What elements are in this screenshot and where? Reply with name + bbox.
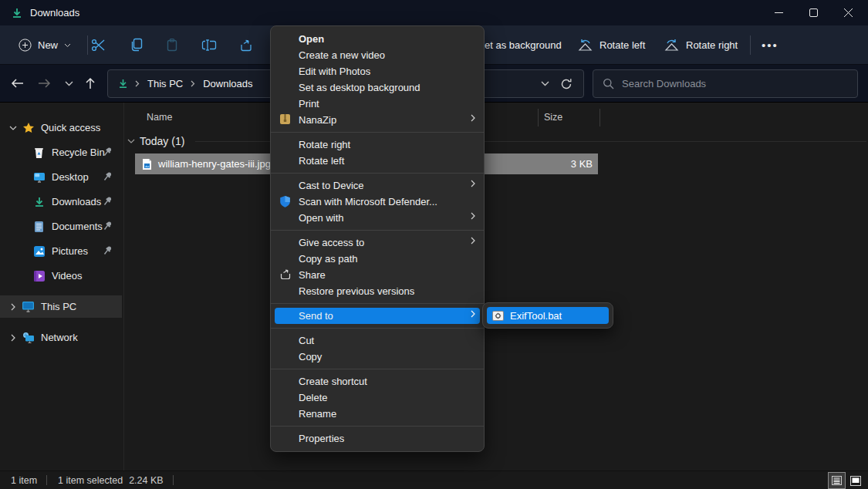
menu-item-set-as-desktop-background[interactable]: Set as desktop background [271, 79, 484, 96]
menu-item-nanazip[interactable]: NanaZip [271, 112, 484, 128]
large-icons-view-button[interactable] [847, 473, 863, 488]
submenu-arrow-icon [471, 180, 475, 187]
rotate-right-button[interactable]: Rotate right [664, 32, 738, 58]
maximize-button[interactable] [796, 0, 831, 25]
menu-label: Cast to Device [299, 180, 364, 191]
sidebar-label: Pictures [52, 245, 88, 257]
see-more-button[interactable]: ••• [755, 30, 785, 59]
rename-button[interactable] [194, 30, 225, 59]
menu-item-create-shortcut[interactable]: Create shortcut [271, 373, 484, 390]
breadcrumb-this-pc[interactable]: This PC [143, 78, 187, 89]
close-button[interactable] [831, 0, 866, 25]
menu-label: Open with [299, 212, 344, 224]
image-file-icon [142, 158, 152, 170]
size-column-header[interactable]: Size [544, 112, 562, 123]
menu-label: Set as desktop background [299, 82, 420, 93]
share-icon [239, 39, 253, 52]
menu-label: Cut [299, 335, 314, 346]
menu-item-rename[interactable]: Rename [271, 406, 484, 422]
menu-label: Rotate right [299, 139, 350, 150]
sidebar-item-desktop[interactable]: Desktop [0, 166, 122, 188]
menu-item-rotate-right[interactable]: Rotate right [271, 137, 484, 153]
menu-label: Rotate left [299, 155, 344, 167]
menu-label: Create shortcut [299, 376, 367, 387]
sidebar-label: Downloads [52, 196, 101, 207]
menu-item-print[interactable]: Print [271, 96, 484, 112]
group-header-today[interactable]: Today (1) [127, 132, 184, 150]
submenu-arrow-icon [471, 310, 475, 318]
search-box[interactable] [593, 69, 858, 98]
share-icon [279, 268, 292, 281]
breadcrumb-downloads[interactable]: Downloads [198, 78, 257, 89]
menu-item-edit-with-photos[interactable]: Edit with Photos [271, 63, 484, 79]
details-view-button[interactable] [829, 473, 845, 488]
sidebar-item-documents[interactable]: Documents [0, 215, 122, 238]
menu-item-copy[interactable]: Copy [271, 349, 484, 365]
item-count: 1 item [11, 475, 37, 486]
menu-item-open[interactable]: Open [271, 31, 484, 47]
sidebar-item-network[interactable]: Network [0, 326, 122, 349]
sidebar-item-recycle-bin[interactable]: Recycle Bin [0, 141, 122, 164]
menu-item-open-with[interactable]: Open with [271, 210, 484, 226]
sidebar-item-quick-access[interactable]: Quick access [0, 116, 122, 139]
chevron-right-icon[interactable] [8, 334, 19, 342]
minimize-button[interactable] [762, 0, 796, 25]
chevron-down-icon[interactable] [127, 139, 135, 143]
sidebar-item-downloads[interactable]: Downloads [0, 191, 122, 213]
new-button[interactable]: New [11, 32, 79, 58]
file-name: william-henry-gates-iii.jpg [158, 158, 271, 170]
search-input[interactable] [622, 78, 838, 89]
send-to-submenu: ExifTool.bat [482, 302, 613, 329]
menu-item-cast-to-device[interactable]: Cast to Device [271, 177, 484, 194]
sidebar-item-this-pc[interactable]: This PC [0, 295, 122, 318]
menu-item-send-to[interactable]: Send to [275, 308, 480, 324]
set-as-background-button[interactable]: et as background [485, 25, 562, 65]
rotate-right-icon [664, 39, 680, 52]
menu-item-rotate-left[interactable]: Rotate left [271, 153, 484, 169]
rotate-left-button[interactable]: Rotate left [577, 32, 645, 58]
column-divider[interactable] [599, 109, 600, 126]
menu-label: Send to [299, 310, 333, 322]
menu-label: Restore previous versions [299, 285, 414, 297]
menu-label: Open [299, 33, 324, 45]
share-button[interactable] [231, 30, 262, 59]
sidebar-item-videos[interactable]: Videos [0, 265, 122, 287]
breadcrumb-chevron-icon [135, 80, 140, 87]
menu-item-properties[interactable]: Properties [271, 430, 484, 447]
name-column-header[interactable]: Name [147, 112, 172, 123]
window-title: Downloads [30, 7, 79, 19]
menu-item-copy-as-path[interactable]: Copy as path [271, 251, 484, 267]
submenu-item-exiftool[interactable]: ExifTool.bat [487, 307, 609, 324]
address-dropdown-chevron[interactable] [541, 81, 549, 86]
this-pc-icon [22, 300, 35, 313]
videos-icon [32, 269, 46, 282]
sidebar-item-pictures[interactable]: Pictures [0, 240, 122, 262]
downloads-folder-icon [11, 7, 23, 19]
cut-button[interactable] [83, 30, 113, 59]
selection-count: 1 item selected [58, 475, 123, 486]
menu-item-share[interactable]: Share [271, 267, 484, 283]
paste-button[interactable] [157, 30, 187, 59]
chevron-down-icon[interactable] [8, 126, 19, 130]
menu-item-cut[interactable]: Cut [271, 332, 484, 349]
up-button[interactable] [78, 70, 103, 96]
menu-item-restore-previous-versions[interactable]: Restore previous versions [271, 283, 484, 299]
copy-button[interactable] [120, 30, 151, 59]
sidebar-divider [123, 103, 124, 470]
menu-item-create-a-new-video[interactable]: Create a new video [271, 47, 484, 63]
back-button[interactable] [5, 70, 29, 96]
menu-separator [271, 426, 484, 427]
menu-label: Delete [299, 392, 328, 403]
address-downloads-icon [117, 78, 129, 89]
menu-item-scan-with-defender[interactable]: Scan with Microsoft Defender... [271, 194, 484, 210]
column-divider[interactable] [538, 109, 539, 126]
recycle-bin-icon [32, 146, 46, 159]
menu-separator [271, 328, 484, 329]
forward-button[interactable] [32, 70, 56, 96]
chevron-right-icon[interactable] [8, 303, 19, 311]
breadcrumb-chevron-icon [191, 80, 195, 87]
menu-item-delete[interactable]: Delete [271, 390, 484, 406]
sidebar-label: Documents [52, 221, 103, 232]
refresh-icon[interactable] [560, 78, 572, 90]
menu-item-give-access-to[interactable]: Give access to [271, 234, 484, 251]
